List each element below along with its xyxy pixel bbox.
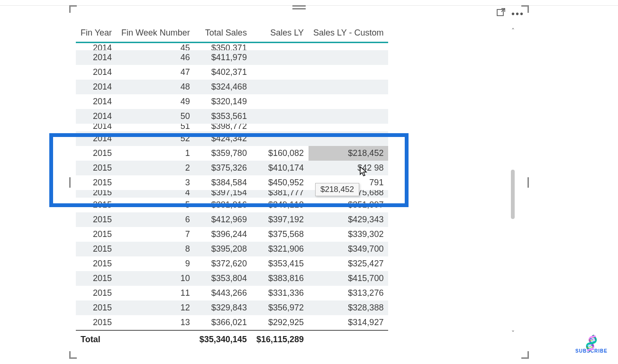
table-cell[interactable]: 2015 xyxy=(76,271,117,286)
table-cell[interactable]: 2015 xyxy=(76,227,117,242)
table-cell[interactable]: 48 xyxy=(117,80,195,94)
table-cell[interactable]: 2015 xyxy=(76,161,117,175)
table-cell[interactable]: 2015 xyxy=(76,198,117,212)
table-cell[interactable]: $411,979 xyxy=(195,50,252,65)
table-cell[interactable]: $353,415 xyxy=(252,256,309,271)
table-cell[interactable]: 46 xyxy=(117,50,195,65)
table-cell[interactable]: $443,266 xyxy=(195,286,252,300)
table-cell[interactable] xyxy=(309,124,388,131)
table-row[interactable]: 20159$372,620$353,415$325,427 xyxy=(76,256,388,271)
table-row[interactable]: 201447$402,371 xyxy=(76,65,388,80)
table-row[interactable]: 201449$320,149 xyxy=(76,94,388,109)
drag-handle-icon[interactable] xyxy=(292,5,306,7)
table-cell[interactable]: $372,620 xyxy=(195,256,252,271)
table-cell[interactable]: 2015 xyxy=(76,256,117,271)
table-cell[interactable]: 6 xyxy=(117,212,195,227)
table-row[interactable]: 201510$353,804$383,816$415,700 xyxy=(76,271,388,286)
table-cell[interactable]: $402,371 xyxy=(195,65,252,80)
table-cell[interactable]: 2014 xyxy=(76,80,117,94)
table-visual[interactable]: ••• Fin Year Fin Week Number Total Sales… xyxy=(70,6,528,358)
table-cell[interactable] xyxy=(252,109,309,124)
table-cell[interactable]: $42 98 xyxy=(309,161,388,175)
table-cell[interactable]: $324,468 xyxy=(195,80,252,94)
table-cell[interactable]: $325,427 xyxy=(309,256,388,271)
table-cell[interactable]: 2014 xyxy=(76,50,117,65)
table-cell[interactable]: 47 xyxy=(117,65,195,80)
table-cell[interactable]: $410,174 xyxy=(252,161,309,175)
col-total-sales[interactable]: Total Sales xyxy=(195,25,252,43)
scrollbar-thumb[interactable] xyxy=(511,170,515,219)
focus-mode-icon[interactable] xyxy=(496,8,506,19)
table-cell[interactable]: $415,700 xyxy=(309,271,388,286)
table-cell[interactable] xyxy=(309,94,388,109)
table-cell[interactable]: $314,927 xyxy=(309,315,388,330)
table-cell[interactable]: 2014 xyxy=(76,65,117,80)
table-cell[interactable]: $424,342 xyxy=(195,131,252,146)
table-cell[interactable]: $412,969 xyxy=(195,212,252,227)
table-cell[interactable]: 9 xyxy=(117,256,195,271)
table-row[interactable]: 201445$350,371 xyxy=(76,43,388,50)
table-cell[interactable]: 2015 xyxy=(76,190,117,198)
table-cell[interactable]: 2014 xyxy=(76,131,117,146)
drag-handle-icon[interactable] xyxy=(292,8,306,9)
table-row[interactable]: 201446$411,979 xyxy=(76,50,388,65)
table-cell[interactable] xyxy=(252,65,309,80)
table-cell[interactable] xyxy=(309,65,388,80)
scroll-down-icon[interactable]: ˅ xyxy=(509,329,517,337)
table-cell[interactable]: $450,952 xyxy=(252,175,309,190)
col-fin-year[interactable]: Fin Year xyxy=(76,25,117,43)
table-cell[interactable]: 1 xyxy=(117,146,195,161)
resize-handle-tl[interactable] xyxy=(69,5,77,13)
table-cell[interactable] xyxy=(309,131,388,146)
resize-handle-left[interactable] xyxy=(69,177,71,188)
table-cell[interactable]: 12 xyxy=(117,300,195,315)
table-cell[interactable]: 2014 xyxy=(76,43,117,50)
table-cell[interactable]: 10 xyxy=(117,271,195,286)
table-cell[interactable]: $160,082 xyxy=(252,146,309,161)
col-sales-ly[interactable]: Sales LY xyxy=(252,25,309,43)
table-cell[interactable]: 2015 xyxy=(76,315,117,330)
table-cell[interactable]: $398,772 xyxy=(195,124,252,131)
table-cell[interactable]: $329,843 xyxy=(195,300,252,315)
table-cell[interactable]: $381,016 xyxy=(195,198,252,212)
table-cell[interactable]: $320,149 xyxy=(195,94,252,109)
table-row[interactable]: 20155$381,016$349,110$351,097 xyxy=(76,198,388,212)
col-fin-week[interactable]: Fin Week Number xyxy=(117,25,195,43)
table-cell[interactable] xyxy=(252,131,309,146)
table-cell[interactable]: $218,452 xyxy=(309,146,388,161)
table-cell[interactable]: $292,925 xyxy=(252,315,309,330)
vertical-scrollbar[interactable]: ˄ ˅ xyxy=(509,27,517,337)
table-cell[interactable]: 2014 xyxy=(76,109,117,124)
table-cell[interactable]: 8 xyxy=(117,242,195,256)
table-cell[interactable]: $349,110 xyxy=(252,198,309,212)
table-row[interactable]: 201448$324,468 xyxy=(76,80,388,94)
table-cell[interactable]: $339,302 xyxy=(309,227,388,242)
table-cell[interactable]: $397,192 xyxy=(252,212,309,227)
table-row[interactable]: 20158$395,208$321,906$349,700 xyxy=(76,242,388,256)
table-cell[interactable]: 2014 xyxy=(76,124,117,131)
table-cell[interactable]: 49 xyxy=(117,94,195,109)
subscribe-badge[interactable]: 🧬 SUBSCRIBE xyxy=(575,338,608,354)
table-cell[interactable]: 50 xyxy=(117,109,195,124)
table-row[interactable]: 20151$359,780$160,082$218,452 xyxy=(76,146,388,161)
table-cell[interactable]: $366,021 xyxy=(195,315,252,330)
table-cell[interactable]: 3 xyxy=(117,175,195,190)
table-cell[interactable] xyxy=(252,43,309,50)
table-cell[interactable]: $384,584 xyxy=(195,175,252,190)
table-cell[interactable]: $321,906 xyxy=(252,242,309,256)
table-row[interactable]: 20157$396,244$375,568$339,302 xyxy=(76,227,388,242)
table-cell[interactable]: 2015 xyxy=(76,212,117,227)
table-cell[interactable] xyxy=(252,80,309,94)
table-cell[interactable]: $383,816 xyxy=(252,271,309,286)
table-cell[interactable]: $395,208 xyxy=(195,242,252,256)
table-cell[interactable]: 52 xyxy=(117,131,195,146)
table-cell[interactable]: $396,244 xyxy=(195,227,252,242)
table-cell[interactable]: $429,343 xyxy=(309,212,388,227)
table-cell[interactable]: 2015 xyxy=(76,242,117,256)
table-cell[interactable]: $381,777 xyxy=(252,190,309,198)
table-cell[interactable]: 4 xyxy=(117,190,195,198)
table-cell[interactable]: $350,371 xyxy=(195,43,252,50)
table-row[interactable]: 201450$353,561 xyxy=(76,109,388,124)
table-cell[interactable]: 2015 xyxy=(76,286,117,300)
table-cell[interactable]: $356,972 xyxy=(252,300,309,315)
